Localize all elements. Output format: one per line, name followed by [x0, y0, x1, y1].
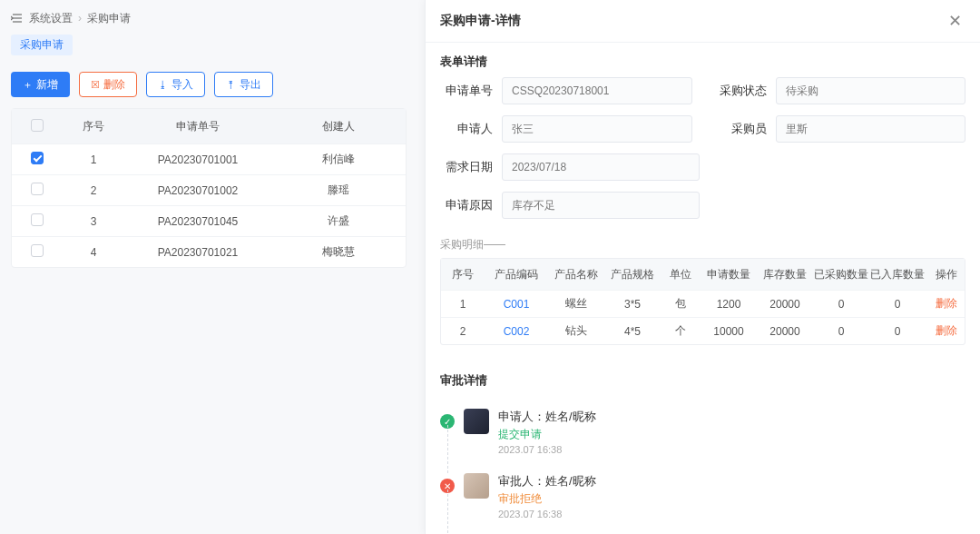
export-button[interactable]: ⭱ 导出 — [214, 72, 273, 97]
dc-in-qty: 0 — [869, 325, 926, 338]
menu-collapse-icon[interactable] — [11, 12, 24, 25]
status-field[interactable] — [776, 77, 966, 104]
dh-spec: 产品规格 — [604, 267, 661, 282]
label-status: 采购状态 — [714, 83, 767, 99]
dc-stock-qty: 20000 — [757, 325, 813, 338]
row-checkbox[interactable] — [31, 152, 44, 164]
plus-icon: ＋ — [23, 78, 33, 92]
col-creator: 创建人 — [270, 119, 406, 134]
reason-field[interactable] — [502, 192, 700, 219]
approval-name: 申请人：姓名/昵称 — [498, 409, 596, 425]
approval-status: 审批拒绝 — [498, 491, 596, 507]
dh-bought-qty: 已采购数量 — [813, 267, 869, 282]
chevron-right-icon: › — [78, 12, 82, 25]
approval-item: ✓申请人：姓名/昵称提交申请2023.07 16:38 — [440, 403, 965, 468]
breadcrumb-item: 采购申请 — [87, 11, 131, 26]
dh-unit: 单位 — [661, 267, 701, 282]
dh-apply-qty: 申请数量 — [701, 267, 757, 282]
breadcrumb: 系统设置 › 采购申请 — [11, 7, 407, 29]
drawer-title: 采购申请-详情 — [440, 13, 521, 29]
cell-apply-no: PA20230701021 — [125, 246, 270, 259]
dh-op: 操作 — [926, 267, 967, 282]
row-checkbox[interactable] — [31, 213, 44, 226]
cell-creator: 许盛 — [270, 213, 406, 229]
check-circle-icon: ✓ — [440, 414, 455, 429]
dc-unit: 个 — [661, 323, 701, 339]
cell-idx: 3 — [62, 215, 125, 228]
page-tab-current[interactable]: 采购申请 — [11, 35, 73, 55]
approval-time: 2023.07 16:38 — [498, 509, 596, 519]
dh-name: 产品名称 — [548, 267, 604, 282]
approval-time: 2023.07 16:38 — [498, 444, 596, 455]
dc-unit: 包 — [661, 296, 701, 312]
dc-code[interactable]: C001 — [485, 298, 548, 311]
need-date-field[interactable] — [502, 153, 700, 181]
dh-idx: 序号 — [441, 267, 485, 282]
breadcrumb-item[interactable]: 系统设置 — [29, 11, 73, 26]
detail-row: 2C002钻头4*5个100002000000删除 — [441, 317, 965, 344]
detail-caption: 采购明细—— — [426, 233, 980, 258]
col-apply-no: 申请单号 — [125, 119, 270, 134]
dc-bought-qty: 0 — [813, 298, 869, 311]
row-delete-button[interactable]: 删除 — [926, 323, 967, 339]
dc-apply-qty: 1200 — [701, 298, 757, 311]
cell-apply-no: PA20230701045 — [125, 215, 270, 228]
label-buyer: 采购员 — [714, 121, 767, 137]
dh-in-qty: 已入库数量 — [869, 267, 926, 282]
table-row[interactable]: 3PA20230701045许盛 — [12, 205, 406, 236]
approval-status: 提交申请 — [498, 427, 596, 442]
dh-code: 产品编码 — [485, 267, 548, 282]
approval-item: ✕审批人：姓名/昵称审批拒绝2023.07 16:38 — [440, 468, 965, 532]
label-need-date: 需求日期 — [440, 159, 493, 175]
cell-creator: 利信峰 — [270, 152, 406, 167]
apply-no-field[interactable] — [502, 77, 692, 104]
cell-apply-no: PA20230701001 — [125, 153, 270, 166]
applicant-field[interactable] — [502, 115, 692, 143]
dc-name: 钻头 — [548, 323, 604, 339]
detail-form: 申请单号 采购状态 申请人 采购员 需求日期 — [426, 77, 980, 233]
approval-name: 审批人：姓名/昵称 — [498, 473, 596, 490]
dc-idx: 2 — [441, 325, 485, 338]
close-icon[interactable]: ✕ — [945, 9, 965, 33]
export-icon: ⭱ — [226, 79, 236, 90]
cell-apply-no: PA20230701002 — [125, 184, 270, 197]
checkbox-all[interactable] — [31, 119, 44, 132]
section-form-title: 表单详情 — [426, 43, 980, 77]
import-icon: ⭳ — [158, 79, 168, 90]
detail-table: 序号 产品编码 产品名称 产品规格 单位 申请数量 库存数量 已采购数量 已入库… — [440, 258, 965, 345]
table-row[interactable]: 2PA20230701002滕瑶 — [12, 174, 406, 205]
avatar — [464, 409, 489, 434]
label-apply-no: 申请单号 — [440, 83, 493, 99]
add-button[interactable]: ＋ 新增 — [11, 72, 70, 97]
buyer-field[interactable] — [776, 115, 966, 143]
dc-name: 螺丝 — [548, 296, 604, 312]
dc-spec: 3*5 — [604, 298, 661, 311]
label-applicant: 申请人 — [440, 121, 493, 137]
close-circle-icon: ✕ — [440, 479, 455, 493]
avatar — [464, 473, 489, 499]
table-row[interactable]: 4PA20230701021梅晓慧 — [12, 236, 406, 267]
dc-code[interactable]: C002 — [485, 325, 548, 338]
dc-apply-qty: 10000 — [701, 325, 757, 338]
table-row[interactable]: 1PA20230701001利信峰 — [12, 143, 406, 174]
label-reason: 申请原因 — [440, 197, 493, 213]
dc-in-qty: 0 — [869, 298, 926, 311]
trash-icon: ☒ — [91, 79, 100, 91]
cell-creator: 滕瑶 — [270, 183, 406, 198]
row-checkbox[interactable] — [31, 183, 44, 195]
col-index: 序号 — [62, 119, 125, 134]
row-delete-button[interactable]: 删除 — [926, 296, 967, 312]
section-approval-title: 审批详情 — [426, 361, 980, 396]
row-checkbox[interactable] — [31, 244, 44, 257]
toolbar: ＋ 新增 ☒ 删除 ⭳ 导入 ⭱ 导出 — [11, 72, 407, 97]
main-table: 序号 申请单号 创建人 1PA20230701001利信峰2PA20230701… — [11, 108, 407, 268]
import-button[interactable]: ⭳ 导入 — [146, 72, 205, 97]
cell-creator: 梅晓慧 — [270, 244, 406, 260]
dc-stock-qty: 20000 — [757, 298, 813, 311]
dc-spec: 4*5 — [604, 325, 661, 338]
cell-idx: 1 — [62, 153, 125, 166]
delete-button[interactable]: ☒ 删除 — [79, 72, 137, 97]
detail-row: 1C001螺丝3*5包12002000000删除 — [441, 290, 965, 317]
dh-stock-qty: 库存数量 — [757, 267, 813, 282]
detail-drawer: 采购申请-详情 ✕ 表单详情 申请单号 采购状态 申请人 采购员 — [425, 0, 980, 534]
